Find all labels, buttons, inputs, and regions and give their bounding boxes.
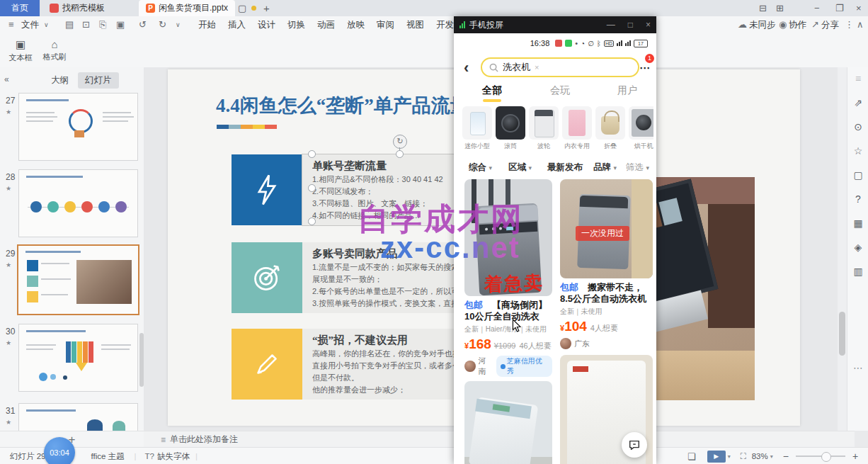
maximize-button[interactable]: ❐ <box>835 0 844 16</box>
menu-design[interactable]: 设计 <box>258 16 275 33</box>
slide-thumbnail-30[interactable] <box>18 324 138 392</box>
settings-slider-icon[interactable]: ⊙ <box>847 121 868 132</box>
product-image-3[interactable] <box>464 381 552 464</box>
more-menu-icon[interactable]: ⋮ <box>845 16 854 33</box>
book-search-icon[interactable]: ▥ <box>847 266 868 277</box>
export-icon[interactable]: ⊡ <box>82 16 90 33</box>
undo-icon[interactable]: ↺ <box>139 16 147 33</box>
play-slideshow-button[interactable]: ▶ <box>707 451 726 463</box>
rocket-icon[interactable]: ⇗ <box>847 97 868 108</box>
filter-filter[interactable]: 筛选 ▾ <box>626 162 649 174</box>
redo-icon[interactable]: ↻ <box>159 16 166 33</box>
filter-newest[interactable]: 最新发布 <box>547 162 583 174</box>
search-input[interactable]: 洗衣机 × <box>481 57 639 77</box>
collapse-sidebar-icon[interactable]: « <box>4 74 9 84</box>
seller-avatar[interactable] <box>464 361 476 372</box>
rail-more-icon[interactable]: ⋯ <box>847 362 868 373</box>
canvas-scrollbar[interactable] <box>838 67 847 431</box>
filter-brand[interactable]: 品牌 ▾ <box>593 162 617 174</box>
missing-font-button[interactable]: 缺失字体 <box>157 451 190 462</box>
tab-outline[interactable]: 大纲 <box>44 72 76 89</box>
product-card-2[interactable]: 一次没用过 包邮 搬家带不走，8.5公斤全自动洗衣机全新未拆 全新｜未使用 ¥1… <box>560 179 653 464</box>
normal-view-icon[interactable]: ❏ <box>687 451 696 462</box>
image-tool-icon[interactable]: ▦ <box>847 217 868 229</box>
zoom-level[interactable]: 83% <box>752 452 768 460</box>
shield-icon[interactable]: ◈ <box>847 242 868 253</box>
seller-avatar[interactable] <box>560 338 571 349</box>
phone-minimize-button[interactable]: — <box>607 20 615 30</box>
split-view-icon[interactable]: ⊟ <box>759 0 767 16</box>
category-chip-mini[interactable]: 迷你小型 <box>462 106 492 151</box>
slide-thumbnail-31[interactable] <box>18 403 138 431</box>
collab-button[interactable]: 协作 <box>789 16 806 33</box>
slide-thumbnail-27[interactable] <box>18 93 138 161</box>
preview-icon[interactable]: ▣ <box>116 16 125 33</box>
menu-slideshow[interactable]: 放映 <box>347 16 365 33</box>
menu-view[interactable]: 视图 <box>406 16 424 33</box>
menu-review[interactable]: 审阅 <box>377 16 394 33</box>
home-tab[interactable]: 首页 <box>0 0 40 16</box>
zoom-slider[interactable] <box>796 455 845 457</box>
category-chip-drum[interactable]: 滚筒 <box>496 106 525 151</box>
rail-drag-handle[interactable]: ≡ <box>847 73 868 84</box>
print-icon[interactable]: ⎘ <box>99 16 106 33</box>
sync-status[interactable]: 未同步 <box>749 16 776 33</box>
product-image-2[interactable]: 一次没用过 <box>560 179 653 278</box>
back-arrow-icon[interactable]: ‹ <box>464 59 469 77</box>
selection-handle-topleft[interactable] <box>308 150 316 158</box>
slide-thumbnail-29[interactable] <box>17 244 139 315</box>
new-tab-button[interactable]: + <box>263 0 270 16</box>
block-icon-square-yellow[interactable] <box>232 329 302 400</box>
menu-transition[interactable]: 切换 <box>287 16 305 33</box>
feedback-chat-button[interactable] <box>622 432 647 458</box>
file-menu[interactable]: 文件 <box>21 16 39 33</box>
docer-template-tab[interactable]: 找稻壳模板 <box>42 0 112 16</box>
slide-thumbnail-28[interactable] <box>18 169 138 237</box>
help-icon[interactable]: ? <box>847 193 868 205</box>
tab-huiwan[interactable]: 会玩 <box>550 84 570 97</box>
selection-handle-midleft[interactable] <box>308 184 316 192</box>
more-options-icon[interactable]: ⋯ <box>639 62 651 74</box>
category-chip-pulsator[interactable]: 波轮 <box>529 106 559 151</box>
selection-handle-bottomleft[interactable] <box>308 217 316 225</box>
product-title-1[interactable]: 包邮 【商场倒闭】10公斤全自动洗衣机，送货上 <box>464 300 552 322</box>
menu-insert[interactable]: 插入 <box>228 16 246 33</box>
save-icon[interactable]: ▤ <box>65 16 74 33</box>
block-icon-square-teal[interactable] <box>232 242 302 313</box>
canvas-scrollbar-thumb[interactable] <box>839 312 845 356</box>
format-painter-button[interactable]: ⌂ 格式刷 <box>40 35 69 66</box>
textbox-button[interactable]: ▣ 文本框 <box>4 35 37 66</box>
filter-region[interactable]: 区域 ▾ <box>508 162 532 174</box>
share-button[interactable]: 分享 <box>821 16 839 33</box>
phone-window-titlebar[interactable]: 手机投屏 — □ × <box>454 16 656 33</box>
play-options-chevron-icon[interactable]: ▾ <box>728 453 731 460</box>
duplicate-shape-icon[interactable]: ▢ <box>847 169 868 181</box>
tab-slides[interactable]: 幻灯片 <box>78 72 119 89</box>
zoom-in-button[interactable]: + <box>852 451 858 462</box>
category-chip-foldable[interactable]: 折叠 <box>595 106 625 151</box>
tab-all[interactable]: 全部 <box>482 84 502 97</box>
fit-slide-icon[interactable]: ⛶ <box>741 452 746 461</box>
collapse-ribbon-icon[interactable]: ∧ <box>857 16 864 33</box>
document-tab[interactable]: P 闲鱼卖货项目.pptx <box>139 0 235 16</box>
tab-users[interactable]: 用户 <box>617 84 637 97</box>
transition-star-icon: ★ <box>6 185 11 192</box>
zoom-slider-knob[interactable] <box>821 452 831 462</box>
grid-view-icon[interactable]: ⊞ <box>776 0 784 16</box>
zoom-out-button[interactable]: − <box>783 451 789 462</box>
menu-start[interactable]: 开始 <box>198 16 216 33</box>
phone-close-button[interactable]: × <box>646 20 651 30</box>
filter-comprehensive[interactable]: 综合 ▾ <box>469 162 492 174</box>
selection-handle-top[interactable] <box>396 150 404 158</box>
product-title-2[interactable]: 包邮 搬家带不走，8.5公斤全自动洗衣机全新未拆 <box>560 282 653 305</box>
phone-maximize-button[interactable]: □ <box>628 20 633 30</box>
block-icon-square-blue[interactable] <box>232 154 302 225</box>
category-chip-dryer[interactable]: 烘干机 <box>629 106 653 151</box>
category-chip-underwear[interactable]: 内衣专用 <box>562 106 592 151</box>
minimize-button[interactable]: − <box>814 0 820 16</box>
menu-animation[interactable]: 动画 <box>317 16 335 33</box>
magic-star-icon[interactable]: ☆ <box>847 145 868 157</box>
close-button[interactable]: × <box>856 0 862 16</box>
rotate-handle[interactable]: ↻ <box>393 135 407 149</box>
clear-search-icon[interactable]: × <box>535 63 539 72</box>
